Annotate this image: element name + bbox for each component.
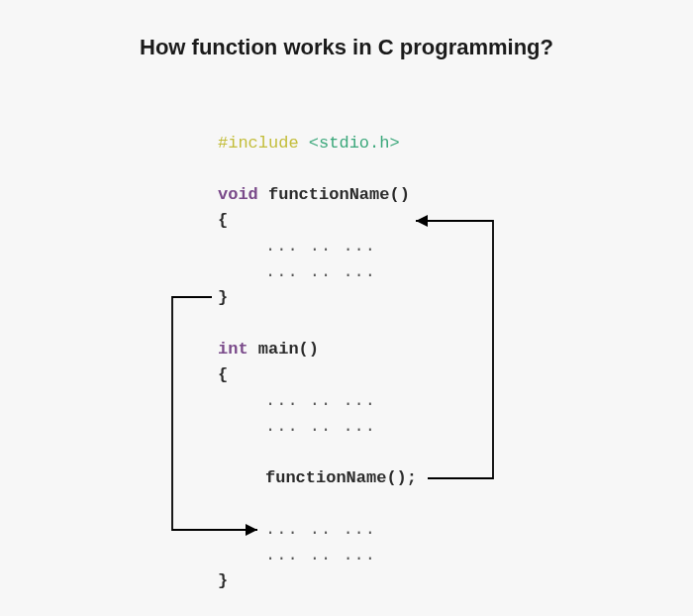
include-line: #include <stdio.h> [218, 131, 417, 156]
func-call-line: functionName(); [218, 465, 417, 491]
diagram-title: How function works in C programming? [0, 35, 693, 60]
arrowhead-up-icon [416, 215, 428, 227]
blank-line-2 [218, 311, 417, 337]
func-body-ellipsis-1: ... .. ... [218, 234, 417, 259]
blank-line [218, 156, 417, 182]
main-open-brace: { [218, 362, 417, 388]
code-block: #include <stdio.h> void functionName() {… [218, 131, 417, 594]
blank-line-3 [218, 440, 417, 465]
blank-line-4 [218, 491, 417, 517]
func-body-ellipsis-2: ... .. ... [218, 259, 417, 285]
func-open-brace: { [218, 208, 417, 234]
main-body-ellipsis-3: ... .. ... [218, 517, 417, 543]
main-close-brace: } [218, 568, 417, 594]
main-decl-line: int main() [218, 337, 417, 362]
func-decl-line: void functionName() [218, 182, 417, 208]
main-body-ellipsis-2: ... .. ... [218, 414, 417, 440]
main-body-ellipsis-1: ... .. ... [218, 388, 417, 414]
func-close-brace: } [218, 285, 417, 311]
main-body-ellipsis-4: ... .. ... [218, 543, 417, 568]
